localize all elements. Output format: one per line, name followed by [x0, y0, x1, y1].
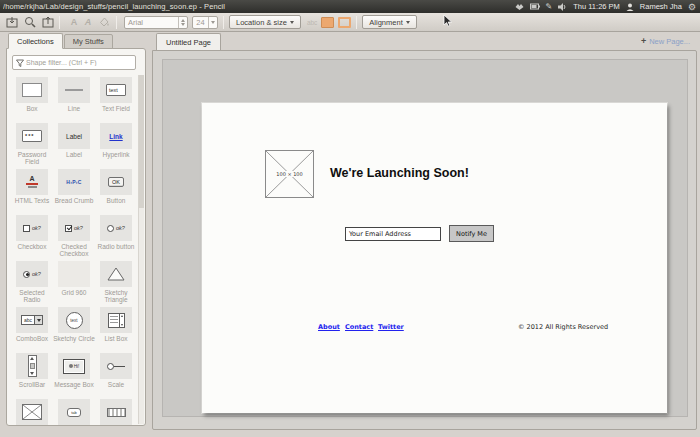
shape-label: Radio button: [95, 243, 137, 250]
location-size-label: Location & size: [236, 18, 287, 27]
shape-label: Checkbox: [11, 243, 53, 250]
shape-item-checkbox[interactable]: ok? Checkbox: [11, 215, 53, 261]
shape-item-scrollbar[interactable]: ScrollBar: [11, 353, 53, 399]
clock[interactable]: Thu 11:26 PM: [573, 2, 620, 11]
volume-icon[interactable]: [558, 3, 567, 11]
sidebar-scrollbar[interactable]: [138, 75, 144, 424]
shape-tile: H›P›C: [58, 169, 90, 195]
toolbar-separator: [223, 16, 224, 29]
button-icon: OK: [108, 177, 124, 187]
italic-icon[interactable]: A: [83, 17, 93, 27]
bread-crumb-icon: H›P›C: [66, 179, 81, 185]
image-placeholder-icon: [22, 404, 42, 420]
stroke-color-swatch[interactable]: [338, 17, 351, 28]
shape-item-sketchy-triangle[interactable]: Sketchy Triangle: [95, 261, 137, 307]
font-stepper[interactable]: [178, 17, 187, 28]
shape-filter-input[interactable]: [26, 59, 126, 66]
tab-my-stuffs[interactable]: My Stuffs: [64, 34, 113, 49]
about-link[interactable]: About: [318, 323, 340, 331]
user-name[interactable]: Ramesh Jha: [640, 2, 682, 11]
shape-item-password-field[interactable]: *** Password Field: [11, 123, 53, 169]
shape-item-selected-radio[interactable]: ok? Selected Radio: [11, 261, 53, 307]
shape-label: Scale: [95, 381, 137, 388]
shape-item-scale[interactable]: Scale: [95, 353, 137, 399]
shape-item-line[interactable]: Line: [53, 77, 95, 123]
shape-label: Label: [53, 151, 95, 158]
shape-item-html-texts[interactable]: A HTML Texts: [11, 169, 53, 215]
contact-link[interactable]: Contact: [345, 323, 373, 331]
shape-item-message-box[interactable]: Hi! Message Box: [53, 353, 95, 399]
shape-item-progress-bar[interactable]: [95, 399, 137, 426]
fill-color-icon[interactable]: [98, 16, 111, 29]
shape-label: Message Box: [53, 381, 95, 388]
canvas-viewport[interactable]: 100 × 100 We're Launching Soon! Your Ema…: [152, 50, 697, 430]
system-top-bar: /home/rkjha/Lab/design_stuffs/pencil_lau…: [0, 0, 700, 13]
open-document-icon[interactable]: [5, 16, 18, 29]
shape-label: ScrollBar: [11, 381, 53, 388]
font-size-dropdown-arrow[interactable]: [208, 17, 217, 28]
font-size-combobox[interactable]: 24: [192, 16, 218, 29]
canvas-image-placeholder[interactable]: 100 × 100: [265, 150, 314, 198]
battery-icon[interactable]: [530, 3, 540, 10]
font-family-value: Arial: [125, 18, 178, 27]
message-box-icon: Hi!: [63, 359, 85, 374]
notify-me-button[interactable]: Notify Me: [449, 225, 494, 242]
text-color-icon[interactable]: abc: [307, 19, 317, 26]
shape-label: Checked Checkbox: [53, 243, 95, 258]
shape-item-label[interactable]: Label Label: [53, 123, 95, 169]
location-size-button[interactable]: Location & size: [229, 15, 301, 29]
font-family-combobox[interactable]: Arial: [124, 16, 188, 29]
shape-item-bread-crumb[interactable]: H›P›C Bread Crumb: [53, 169, 95, 215]
shape-item-tab[interactable]: tab: [53, 399, 95, 426]
shape-item-box[interactable]: Box: [11, 77, 53, 123]
canvas-background[interactable]: 100 × 100 We're Launching Soon! Your Ema…: [162, 59, 688, 417]
shape-tile: OK: [100, 169, 132, 195]
email-field[interactable]: Your Email Address: [345, 227, 441, 241]
tab-collections[interactable]: Collections: [8, 33, 63, 49]
shape-item-hyperlink[interactable]: Link Hyperlink: [95, 123, 137, 169]
copyright-text: © 2012 All Rights Reserved: [518, 323, 608, 331]
shape-item-image-placeholder[interactable]: [11, 399, 53, 426]
line-icon: [65, 89, 83, 91]
shape-label: HTML Texts: [11, 197, 53, 204]
launch-heading[interactable]: We're Launching Soon!: [330, 166, 469, 180]
session-gear-icon[interactable]: ⚙: [688, 3, 696, 11]
shape-item-button[interactable]: OK Button: [95, 169, 137, 215]
shape-item-combobox[interactable]: abc ComboBox: [11, 307, 53, 353]
new-page-button[interactable]: + New Page...: [641, 36, 690, 46]
shape-tile: [16, 399, 48, 425]
input-method-pencil-icon[interactable]: ✎: [546, 3, 553, 11]
save-document-icon[interactable]: [41, 16, 54, 29]
tab-untitled-page[interactable]: Untitled Page: [156, 33, 221, 50]
sidebar-tabs: Collections My Stuffs: [8, 33, 113, 49]
export-image-icon[interactable]: [23, 16, 36, 29]
shape-item-checked-checkbox[interactable]: ok? Checked Checkbox: [53, 215, 95, 261]
twitter-link[interactable]: Twitter: [378, 323, 404, 331]
shape-label: Box: [11, 105, 53, 112]
sketchy-circle-icon: text: [66, 312, 83, 329]
shape-tile: [100, 307, 132, 333]
shape-item-radio-button[interactable]: ok? Radio button: [95, 215, 137, 261]
shape-label: Bread Crumb: [53, 197, 95, 204]
shape-item-grid-960[interactable]: Grid 960: [53, 261, 95, 307]
fill-color-swatch[interactable]: [321, 17, 334, 28]
new-page-label: New Page...: [649, 37, 690, 46]
shape-label: Grid 960: [53, 289, 95, 296]
radio-button-icon: ok?: [107, 225, 125, 232]
html-texts-icon: A: [26, 176, 38, 188]
list-box-icon: [108, 313, 125, 328]
bold-icon[interactable]: A: [69, 17, 79, 27]
shape-tile: abc: [16, 307, 48, 333]
shape-item-sketchy-circle[interactable]: text Sketchy Circle: [53, 307, 95, 353]
sidebar-scrollbar-thumb[interactable]: [139, 75, 144, 208]
shape-tile: [58, 261, 90, 287]
shape-tile: ***: [16, 123, 48, 149]
document-page[interactable]: 100 × 100 We're Launching Soon! Your Ema…: [202, 103, 667, 413]
shape-tile: Link: [100, 123, 132, 149]
shape-label: Sketchy Circle: [53, 335, 95, 342]
messaging-indicator-icon[interactable]: [515, 3, 524, 11]
shape-tile: ok?: [16, 215, 48, 241]
alignment-button[interactable]: Alignment: [362, 15, 416, 29]
shape-item-list-box[interactable]: List Box: [95, 307, 137, 353]
shape-item-text-field[interactable]: text Text Field: [95, 77, 137, 123]
